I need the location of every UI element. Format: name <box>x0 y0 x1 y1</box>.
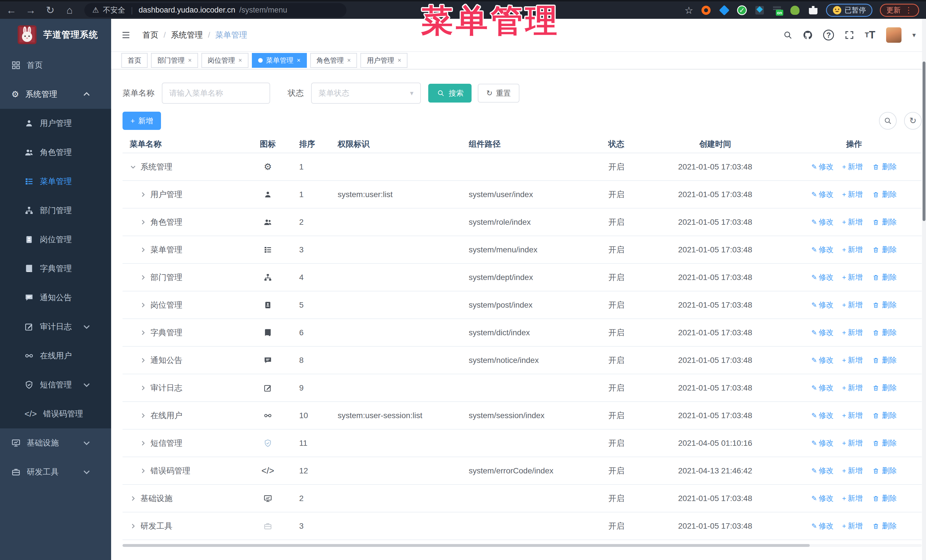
horizontal-scrollbar[interactable] <box>123 544 922 547</box>
delete-link[interactable]: 删除 <box>871 162 897 172</box>
update-badge[interactable]: 更新 ⋮ <box>880 4 919 17</box>
add-link[interactable]: +新增 <box>842 300 863 310</box>
sidebar-item-user[interactable]: 用户管理 <box>0 109 111 138</box>
add-link[interactable]: +新增 <box>842 411 863 420</box>
edit-link[interactable]: ✎修改 <box>811 217 834 227</box>
close-icon[interactable]: × <box>398 57 401 64</box>
extension-icon[interactable] <box>754 5 765 16</box>
expand-row-icon[interactable] <box>139 412 147 419</box>
github-icon[interactable] <box>803 29 812 41</box>
delete-link[interactable]: 删除 <box>871 217 897 227</box>
edit-link[interactable]: ✎修改 <box>811 189 834 199</box>
browser-forward-icon[interactable]: → <box>23 2 39 18</box>
expand-row-icon[interactable] <box>130 495 136 502</box>
sidebar-item-dept[interactable]: 部门管理 <box>0 196 111 225</box>
tab-部门管理[interactable]: 部门管理× <box>151 53 198 68</box>
sidebar-item-menu[interactable]: 菜单管理 <box>0 167 111 196</box>
edit-link[interactable]: ✎修改 <box>811 411 834 420</box>
add-link[interactable]: +新增 <box>842 272 863 282</box>
edit-link[interactable]: ✎修改 <box>811 300 834 310</box>
sidebar-item-errcode[interactable]: </>错误码管理 <box>0 399 111 429</box>
add-link[interactable]: +新增 <box>842 245 863 255</box>
add-link[interactable]: +新增 <box>842 494 863 503</box>
app-logo-row[interactable]: 芋道管理系统 <box>0 19 111 51</box>
add-link[interactable]: +新增 <box>842 189 863 199</box>
edit-link[interactable]: ✎修改 <box>811 355 834 365</box>
text-size-icon[interactable]: TT <box>865 29 875 41</box>
tab-菜单管理[interactable]: 菜单管理× <box>252 53 307 68</box>
breadcrumb-item[interactable]: 首页 <box>142 30 159 41</box>
edit-link[interactable]: ✎修改 <box>811 162 834 172</box>
reset-button[interactable]: ↻ 重置 <box>478 84 519 103</box>
tab-岗位管理[interactable]: 岗位管理× <box>201 53 248 68</box>
edit-link[interactable]: ✎修改 <box>811 438 834 448</box>
expand-row-icon[interactable] <box>139 302 147 308</box>
show-search-toggle-button[interactable] <box>879 112 897 130</box>
add-link[interactable]: +新增 <box>842 521 863 531</box>
sidebar-item-home[interactable]: 首页 <box>0 51 111 80</box>
address-bar[interactable]: ⚠ 不安全 | dashboard.yudao.iocoder.cn/syste… <box>84 3 346 17</box>
expand-row-icon[interactable] <box>139 246 147 253</box>
sidebar-item-notice[interactable]: 通知公告 <box>0 283 111 312</box>
extension-icon[interactable] <box>701 5 711 16</box>
kebab-menu-icon[interactable]: ⋮ <box>905 5 912 15</box>
edit-link[interactable]: ✎修改 <box>811 328 834 338</box>
expand-row-icon[interactable] <box>139 329 147 336</box>
close-icon[interactable]: × <box>347 57 351 64</box>
expand-row-icon[interactable] <box>139 274 147 281</box>
edit-link[interactable]: ✎修改 <box>811 494 834 503</box>
edit-link[interactable]: ✎修改 <box>811 245 834 255</box>
add-link[interactable]: +新增 <box>842 383 863 393</box>
expand-row-icon[interactable] <box>139 468 147 474</box>
add-link[interactable]: +新增 <box>842 328 863 338</box>
sidebar-item-audit[interactable]: 审计日志 <box>0 312 111 341</box>
delete-link[interactable]: 删除 <box>871 521 897 531</box>
edit-link[interactable]: ✎修改 <box>811 521 834 531</box>
sidebar-item-sms[interactable]: 短信管理 <box>0 370 111 399</box>
close-icon[interactable]: × <box>188 57 192 64</box>
add-button[interactable]: + 新增 <box>123 112 161 130</box>
browser-back-icon[interactable]: ← <box>3 2 20 18</box>
expand-row-icon[interactable] <box>139 385 147 391</box>
delete-link[interactable]: 删除 <box>871 245 897 255</box>
sidebar-item-infra[interactable]: 基础设施 <box>0 429 111 457</box>
security-label[interactable]: 不安全 <box>103 5 125 15</box>
tab-用户管理[interactable]: 用户管理× <box>360 53 407 68</box>
hamburger-icon[interactable] <box>121 29 130 41</box>
delete-link[interactable]: 删除 <box>871 189 897 199</box>
expand-row-icon[interactable] <box>139 440 147 447</box>
fullscreen-icon[interactable] <box>845 30 854 40</box>
browser-reload-icon[interactable]: ↻ <box>42 2 58 18</box>
extension-icon[interactable] <box>790 5 800 16</box>
scrollbar-thumb[interactable] <box>923 62 925 221</box>
edit-link[interactable]: ✎修改 <box>811 272 834 282</box>
extension-icon[interactable] <box>719 5 730 16</box>
extension-icon[interactable]: ✓ <box>737 5 747 15</box>
browser-home-icon[interactable]: ⌂ <box>62 2 77 18</box>
add-link[interactable]: +新增 <box>842 466 863 476</box>
delete-link[interactable]: 删除 <box>871 411 897 420</box>
expand-row-icon[interactable] <box>139 219 147 226</box>
close-icon[interactable]: × <box>239 57 242 64</box>
search-button[interactable]: 搜索 <box>428 84 472 103</box>
sidebar-item-tool[interactable]: 研发工具 <box>0 457 111 486</box>
menu-name-input[interactable] <box>162 83 270 104</box>
delete-link[interactable]: 删除 <box>871 272 897 282</box>
edit-link[interactable]: ✎修改 <box>811 383 834 393</box>
search-icon[interactable] <box>783 30 792 40</box>
sidebar-item-role[interactable]: 角色管理 <box>0 138 111 167</box>
delete-link[interactable]: 删除 <box>871 355 897 365</box>
add-link[interactable]: +新增 <box>842 355 863 365</box>
help-icon[interactable]: ? <box>823 30 834 41</box>
status-select[interactable]: 菜单状态 ▾ <box>311 83 421 104</box>
user-avatar[interactable] <box>886 27 902 43</box>
collapse-row-icon[interactable] <box>130 163 136 171</box>
extensions-puzzle-icon[interactable] <box>808 5 819 16</box>
sidebar-item-dict[interactable]: 字典管理 <box>0 254 111 283</box>
breadcrumb-item[interactable]: 系统管理 <box>171 30 203 41</box>
sidebar-item-post[interactable]: 岗位管理 <box>0 225 111 254</box>
sidebar-item-system[interactable]: ⚙系统管理 <box>0 80 111 109</box>
delete-link[interactable]: 删除 <box>871 438 897 448</box>
add-link[interactable]: +新增 <box>842 217 863 227</box>
delete-link[interactable]: 删除 <box>871 494 897 503</box>
